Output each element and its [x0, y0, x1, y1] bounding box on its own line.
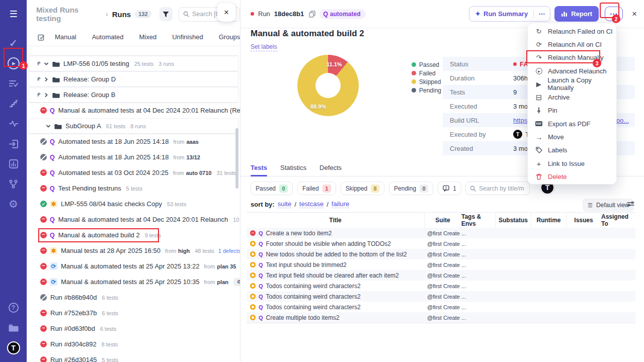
default-view-button[interactable]: ☰ Default view — [583, 199, 634, 212]
run-row[interactable]: Run #752eb37b 6 tests — [27, 305, 240, 321]
test-row[interactable]: QNew todos should be added to the bottom… — [247, 249, 635, 259]
col-assigned-to[interactable]: Assigned To — [601, 213, 635, 228]
col-substatus[interactable]: Substatus — [496, 213, 531, 228]
col-runtime[interactable]: Runtime — [531, 213, 567, 228]
group-row[interactable]: LMP-556 01/05 testing 25 tests 3 runs — [29, 56, 238, 71]
close-panel-button[interactable]: × — [217, 3, 235, 22]
sidebar-item-import[interactable] — [0, 134, 27, 154]
run-row[interactable]: ⟳ Manual & automated tests at 25 Apr 202… — [27, 258, 240, 274]
workspace-logo[interactable]: T — [0, 338, 27, 358]
help-button[interactable]: ? — [0, 298, 27, 318]
menu-item-export-pdf[interactable]: PDFExport as PDF — [528, 117, 616, 130]
failed-status-icon — [40, 356, 47, 362]
breadcrumb-project[interactable]: Mixed Runs testing — [36, 6, 102, 23]
projects-button[interactable] — [0, 318, 27, 338]
tab-automated[interactable]: Automated — [92, 33, 124, 41]
test-row[interactable]: QTodos containing weird characters2 @fir… — [247, 291, 635, 302]
filter-comments[interactable]: 1 — [438, 182, 461, 195]
sidebar-item-pulse[interactable] — [0, 114, 27, 134]
sidebar-item-tests[interactable]: ✓ — [0, 33, 27, 53]
sidebar-item-plans[interactable] — [0, 73, 27, 94]
run-row[interactable]: Q Test Pending testruns 5 tests — [27, 180, 240, 196]
sort-by-failure[interactable]: failure — [332, 200, 349, 208]
run-summary-more-button[interactable]: ⋯ — [533, 10, 550, 18]
tab-tests[interactable]: Tests — [251, 164, 267, 171]
test-row[interactable]: QCreate multiple todo items2 @first Crea… — [247, 312, 635, 323]
menu-item-pin[interactable]: Pin — [528, 104, 616, 117]
run-row[interactable]: ⟳ Manual & automated tests at 25 Apr 202… — [27, 274, 240, 290]
report-button[interactable]: Report — [554, 6, 599, 22]
filter-passed[interactable]: Passed0 — [251, 182, 293, 195]
col-issues[interactable]: Issues — [567, 213, 601, 228]
set-labels-link[interactable]: Set labels — [251, 43, 277, 51]
run-row[interactable]: Q Automated tests at 18 Jun 2025 14:18 f… — [27, 134, 240, 149]
run-row[interactable]: Run #26d30145 5 tests — [27, 352, 240, 362]
tab-groups[interactable]: Groups — [219, 33, 240, 41]
menu-item-move[interactable]: →Move — [528, 130, 616, 143]
view-settings-icon[interactable] — [627, 201, 634, 207]
test-row[interactable]: QFooter should be visible when adding TO… — [247, 238, 635, 249]
menu-item-delete[interactable]: Delete — [528, 170, 616, 183]
select-runs-icon[interactable] — [38, 34, 45, 41]
tests-count: 6 tests — [102, 295, 118, 301]
tests-search-input[interactable] — [479, 185, 524, 192]
group-row[interactable]: SubGroup A 61 tests 8 runs — [29, 118, 238, 134]
failed-status-icon — [40, 247, 47, 254]
chevron-right-icon[interactable] — [44, 93, 49, 98]
col-tags-envs[interactable]: Tags & Envs — [461, 213, 496, 228]
defects-link[interactable]: 1 defects — [218, 248, 240, 254]
menu-item-relaunch-all-ci[interactable]: ⟳Relaunch All on CI — [528, 38, 616, 51]
run-row[interactable]: ✱ LMP-555 08/04 basic checks Copy 53 tes… — [27, 196, 240, 212]
sidebar-item-analytics[interactable] — [0, 154, 27, 174]
tab-statistics[interactable]: Statistics — [280, 164, 306, 171]
test-row[interactable]: QText input field should be cleared afte… — [247, 270, 635, 281]
test-row[interactable]: QCreate a new todo item2 @first Create .… — [247, 228, 635, 238]
close-detail-button[interactable]: × — [632, 9, 637, 19]
sort-by-suite[interactable]: suite — [278, 200, 291, 208]
filter-pending[interactable]: Pending0 — [389, 182, 433, 195]
menu-item-advanced-relaunch[interactable]: ▶Advanced Relaunch — [528, 64, 616, 77]
group-row[interactable]: Release: Group B — [29, 87, 238, 103]
menu-item-link-to-issue[interactable]: +Link to Issue — [528, 157, 616, 170]
sort-by-testcase[interactable]: testcase — [299, 200, 324, 208]
run-summary-button[interactable]: ✦Run Summary ⋯ — [469, 6, 550, 22]
filter-skipped[interactable]: Skipped8 — [341, 182, 384, 195]
menu-hamburger-icon[interactable]: ☰ — [0, 4, 27, 24]
sidebar-item-settings[interactable]: ⚙ — [0, 194, 27, 214]
run-row[interactable]: Q Automated tests at 03 Oct 2024 20:25 f… — [27, 165, 240, 180]
run-row[interactable]: Q Manual & automated tests at 04 Dec 202… — [27, 212, 240, 227]
test-row[interactable]: QText input should be trimmed2 @first Cr… — [247, 259, 635, 270]
run-row[interactable]: Q Automated tests at 18 Jun 2025 14:18 f… — [27, 149, 240, 165]
run-row[interactable]: Run #b86b940d 6 tests — [27, 290, 240, 305]
run-row[interactable]: Run #0d63f0bd 6 tests — [27, 321, 240, 336]
filter-button[interactable] — [159, 7, 173, 21]
tab-defects[interactable]: Defects — [319, 164, 342, 171]
run-row-selected[interactable]: Q Manual & automated build 2 9 tests — [27, 227, 240, 243]
tab-manual[interactable]: Manual — [55, 33, 76, 41]
menu-item-labels[interactable]: Labels — [528, 144, 616, 157]
col-title[interactable]: Title — [247, 213, 425, 228]
sidebar-item-milestones[interactable] — [0, 94, 27, 114]
menu-item-archive[interactable]: ⊟Archive — [528, 90, 616, 104]
sidebar-item-branches[interactable] — [0, 174, 27, 194]
group-row[interactable]: Release: Group D — [29, 71, 238, 87]
chevron-down-icon[interactable] — [46, 124, 51, 129]
copy-icon[interactable] — [309, 11, 315, 18]
menu-item-relaunch-failed-ci[interactable]: ↻Relaunch Failed on CI — [528, 25, 616, 38]
run-row[interactable]: Q Manual & automated tests at 04 Dec 202… — [27, 103, 240, 118]
filter-failed[interactable]: Failed1 — [297, 182, 336, 195]
test-row[interactable]: QTodos containing weird characters2 @fir… — [247, 302, 635, 312]
run-row[interactable]: ✱ Manual tests at 28 Apr 2025 16:50 from… — [27, 243, 240, 258]
test-row[interactable]: QTodos containing weird characters2 @fir… — [247, 281, 635, 291]
tests-search[interactable] — [465, 182, 530, 195]
scrollbar-thumb[interactable] — [235, 128, 238, 189]
run-row[interactable]: Run #d304c892 8 tests — [27, 336, 240, 352]
col-suite[interactable]: Suite — [425, 213, 461, 228]
tab-unfinished[interactable]: Unfinished — [172, 33, 203, 41]
menu-item-launch-copy[interactable]: ▶Launch a Copy Manually — [528, 77, 616, 90]
menu-item-relaunch-manually[interactable]: ↷Relaunch Manually — [528, 51, 616, 64]
chevron-down-icon[interactable] — [44, 61, 49, 66]
build-url-link-end[interactable]: po... — [616, 117, 629, 124]
chevron-right-icon[interactable] — [44, 77, 49, 82]
tab-mixed[interactable]: Mixed — [139, 33, 157, 41]
